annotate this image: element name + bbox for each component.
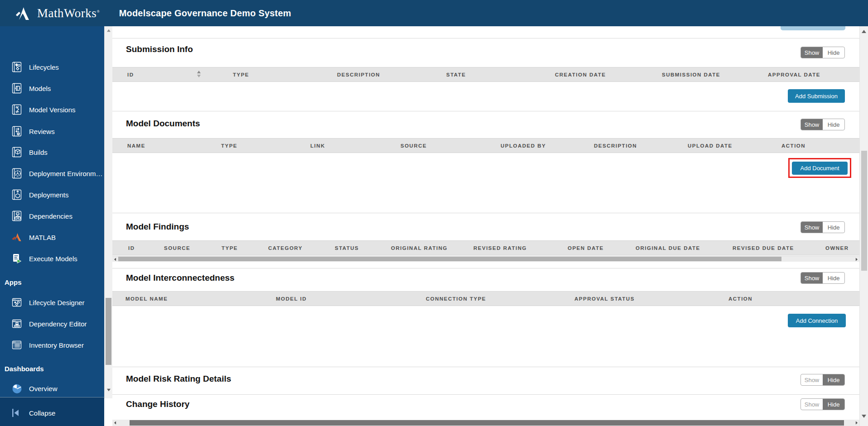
add-document-button[interactable]: Add Document <box>792 162 848 175</box>
show-button[interactable]: Show <box>801 47 823 58</box>
hide-button[interactable]: Hide <box>823 273 844 283</box>
vertical-scrollbar-thumb[interactable] <box>861 151 867 271</box>
show-button[interactable]: Show <box>801 399 823 410</box>
sidebar-item-deployment-environments[interactable]: Deployment Environm… <box>0 166 104 181</box>
sidebar-item-dependency-editor[interactable]: Dependency Editor <box>0 316 104 331</box>
show-button[interactable]: Show <box>801 273 823 283</box>
column-header-link: LINK <box>310 139 325 153</box>
scroll-left-icon[interactable] <box>114 421 116 425</box>
column-header-id[interactable]: ID <box>127 67 134 82</box>
column-header-connection-type: CONNECTION TYPE <box>426 292 486 306</box>
model-findings-show-hide-toggle: Show Hide <box>800 221 845 233</box>
sidebar-item-label: Deployment Environm… <box>29 170 103 177</box>
reviews-icon <box>11 125 23 137</box>
sidebar-item-inventory-browser[interactable]: Inventory Browser <box>0 337 104 353</box>
highlight-annotation: Add Document <box>788 158 851 178</box>
sidebar-item-reviews[interactable]: Reviews <box>0 124 104 139</box>
section-divider <box>112 38 859 38</box>
sidebar-item-model-versions[interactable]: Model Versions <box>0 102 104 117</box>
hide-button[interactable]: Hide <box>823 47 844 58</box>
sidebar-item-label: MATLAB <box>29 234 56 241</box>
models-icon <box>11 82 23 94</box>
section-title-model-risk-rating-details: Model Risk Rating Details <box>126 374 231 384</box>
inventory-browser-icon <box>11 339 23 351</box>
sidebar-scroll-down-icon[interactable] <box>107 389 111 392</box>
app-window: MathWorks® Modelscape Governance Demo Sy… <box>0 0 868 426</box>
deployment-environments-icon <box>11 168 23 179</box>
sidebar-item-execute-models[interactable]: Execute Models <box>0 251 104 266</box>
hide-button[interactable]: Hide <box>823 222 844 233</box>
column-header-category: CATEGORY <box>268 241 303 256</box>
sidebar-item-models[interactable]: Models <box>0 81 104 96</box>
section-title-change-history: Change History <box>126 399 189 409</box>
submission-info-show-hide-toggle: Show Hide <box>800 47 845 58</box>
horizontal-scrollbar-thumb[interactable] <box>118 257 781 261</box>
show-button[interactable]: Show <box>801 119 823 130</box>
lifecycle-designer-icon <box>11 297 23 308</box>
column-header-original-rating: ORIGINAL RATING <box>391 241 448 256</box>
sidebar-item-label: Builds <box>29 148 48 156</box>
hide-button[interactable]: Hide <box>823 399 844 410</box>
column-header-owner: OWNER <box>825 241 849 256</box>
scroll-right-icon[interactable] <box>856 421 858 425</box>
column-header-state: STATE <box>446 67 466 82</box>
column-header-original-due-date: ORIGINAL DUE DATE <box>636 241 700 256</box>
scroll-left-icon[interactable] <box>114 258 116 261</box>
column-header-approval-status: APPROVAL STATUS <box>574 292 635 306</box>
builds-icon <box>11 146 23 158</box>
sidebar-item-deployments[interactable]: Deployments <box>0 187 104 202</box>
model-documents-show-hide-toggle: Show Hide <box>800 119 845 130</box>
sidebar-item-label: Reviews <box>29 128 55 135</box>
add-submission-button[interactable]: Add Submission <box>788 89 845 103</box>
column-header-model-name: MODEL NAME <box>125 292 168 306</box>
section-divider <box>112 213 859 213</box>
sidebar-item-label: Inventory Browser <box>29 341 84 349</box>
dependency-editor-icon <box>11 318 23 330</box>
sidebar-item-overview-dashboard[interactable]: Overview <box>0 381 104 396</box>
sidebar-scroll-up-icon[interactable] <box>107 29 111 32</box>
sidebar-item-label: Collapse <box>29 409 55 417</box>
show-button[interactable]: Show <box>801 222 823 233</box>
matlab-icon <box>11 231 23 243</box>
show-button[interactable]: Show <box>801 374 823 385</box>
sidebar: Lifecycles Models Model Versions Re <box>0 26 104 397</box>
horizontal-scrollbar-thumb[interactable] <box>130 420 844 426</box>
hide-button[interactable]: Hide <box>823 374 844 385</box>
registered-mark: ® <box>96 9 100 14</box>
model-versions-icon <box>11 104 23 115</box>
column-header-action: ACTION <box>781 139 805 153</box>
main-vertical-scrollbar[interactable] <box>859 26 868 426</box>
column-header-type: TYPE <box>221 139 237 153</box>
section-title-submission-info: Submission Info <box>126 44 193 54</box>
scroll-up-icon[interactable] <box>862 30 866 33</box>
change-history-show-hide-toggle: Show Hide <box>800 398 845 410</box>
scroll-right-icon[interactable] <box>856 258 858 261</box>
sidebar-collapse-button[interactable]: Collapse <box>0 405 104 421</box>
mathworks-membrane-icon <box>15 5 33 21</box>
main-horizontal-scrollbar[interactable] <box>112 420 859 426</box>
sidebar-scrollbar[interactable] <box>104 26 112 398</box>
sidebar-heading-apps: Apps <box>5 278 22 286</box>
column-header-model-id: MODEL ID <box>276 292 307 306</box>
sidebar-item-builds[interactable]: Builds <box>0 144 104 160</box>
scroll-down-icon[interactable] <box>862 415 866 418</box>
add-connection-button[interactable]: Add Connection <box>788 314 846 327</box>
overview-pie-icon <box>11 383 23 394</box>
sidebar-item-matlab[interactable]: MATLAB <box>0 230 104 245</box>
sidebar-item-lifecycle-designer[interactable]: Lifecycle Designer <box>0 295 104 310</box>
column-header-source: SOURCE <box>164 241 190 256</box>
sidebar-item-dependencies[interactable]: Dependencies <box>0 208 104 224</box>
sidebar-item-lifecycles[interactable]: Lifecycles <box>0 59 104 75</box>
column-header-status: STATUS <box>335 241 359 256</box>
column-header-source: SOURCE <box>400 139 427 153</box>
partially-scrolled-button[interactable] <box>781 26 845 30</box>
sidebar-scrollbar-thumb[interactable] <box>106 298 111 365</box>
hide-button[interactable]: Hide <box>823 119 844 130</box>
model-findings-horizontal-scrollbar[interactable] <box>112 256 859 262</box>
column-header-open-date: OPEN DATE <box>568 241 604 256</box>
sort-icon[interactable] <box>197 71 201 77</box>
deployments-icon <box>11 189 23 201</box>
execute-models-icon <box>11 253 23 264</box>
column-header-id: ID <box>128 241 135 256</box>
column-header-action: ACTION <box>728 292 752 306</box>
